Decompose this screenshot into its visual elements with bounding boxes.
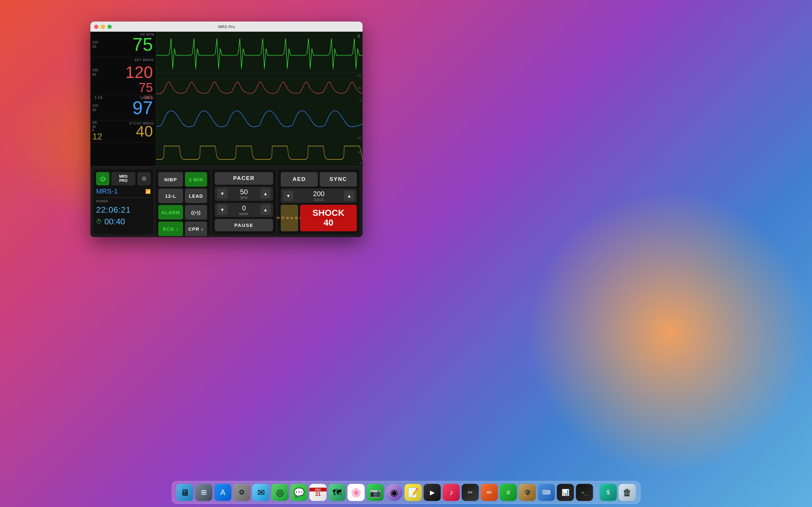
dock-item-photos[interactable]: 🌸 [348,484,365,501]
wifi-icon: 📶 [145,189,151,194]
pacer-bpm-value: 50 [240,188,248,196]
pacer-bpm-down[interactable]: ▼ [217,188,227,199]
pacer-bpm-up[interactable]: ▲ [260,188,270,199]
charge-button[interactable]: CHARGE [281,205,298,231]
dock-item-moneyapp[interactable]: $ [600,484,617,501]
nibp-label: NIBP [164,177,177,182]
dock-item-finder[interactable]: 🖥 [176,484,194,501]
cpr-label: CPR ♪ [189,226,204,232]
device-time: 22:06:21 [96,205,151,215]
pacer-label: PACER [233,175,255,181]
pacer-mamp-value: 0 [239,204,249,212]
dock: 🖥 ⊞ A ⚙ ✉ ◎ 💬 DEZ31 🗺 🌸 📷 ◉ 📝 ▶ ♪ ✂ ✏ # … [171,481,641,504]
device-divider [96,198,151,198]
lead-button[interactable]: LEAD [185,188,207,203]
timer-icon: ⏱ [96,218,102,225]
device-panel: ⏻ MRSPRO ⚙ MRS-1 📶 POWER 22:06:21 [94,170,153,234]
mrs-pro-button[interactable]: MRSPRO [111,172,136,185]
art-label: ART MMHG [135,58,154,62]
dock-item-launchpad[interactable]: ⊞ [195,484,212,501]
etco2-waveform: 80 40 0 [156,135,362,166]
aed-button[interactable]: AED [281,172,318,187]
pacer-mamp-unit: MAMP [239,212,249,216]
dock-item-maps[interactable]: 🗺 [328,484,346,501]
dock-item-safari[interactable]: ◎ [271,484,289,501]
alarm-button[interactable]: ALARM [158,205,183,220]
dock-item-siri[interactable]: ◉ [386,484,403,501]
hr-low: 50 [92,45,102,49]
nibp-interval-button[interactable]: 2 MIN [185,172,207,187]
pacer-mamp-up[interactable]: ▲ [260,205,270,215]
hr-label: HR BPM [140,33,154,37]
pacer-mamp-value-group: 0 MAMP [239,204,249,216]
dock-item-trash[interactable]: 🗑 [619,484,636,501]
art-low: 90 [92,72,102,76]
pacer-pause-button[interactable]: PAUSE [215,219,273,232]
ecg-button[interactable]: ECG ♪ [158,222,183,236]
dock-item-mail[interactable]: ✉ [252,484,270,501]
etco2-value: 40 [108,124,154,139]
nibp-lead-row: 12-L LEAD [158,188,207,203]
art-row: ART MMHG 160 90 120 75 1:14 (90) [90,57,156,95]
dock-item-music[interactable]: ♪ [443,484,460,501]
shock-button[interactable]: SHOCK 40 [300,205,357,231]
etco2-row: ETCO2 MMHG RR 30 8 12 40 [90,120,156,143]
nibp-button[interactable]: NIBP [158,172,183,187]
etco2-scale-40: 40 [358,151,361,154]
nibp-top-row: NIBP 2 MIN [158,172,207,187]
hr-limits: 150 50 [92,40,102,49]
art-scale-0: 0 [360,99,361,102]
audio-button[interactable]: ((•)) [185,205,207,220]
dock-item-activitymonitor[interactable]: 📊 [557,484,574,501]
sync-button[interactable]: SYNC [320,172,357,187]
close-button[interactable] [94,25,98,29]
dock-item-terminal[interactable]: >_ [576,484,593,501]
pacer-pause-label: PAUSE [235,222,254,228]
charge-label: CHARGE [276,216,303,220]
pacer-mamp-down[interactable]: ▼ [217,205,227,215]
dock-item-numbers[interactable]: # [500,484,517,501]
art-high: 160 [92,68,102,72]
titlebar: MRS Pro [90,21,362,32]
dock-divider [596,487,597,501]
maximize-button[interactable] [107,25,112,29]
power-label: POWER [96,200,151,203]
rr-value: 12 [92,131,108,142]
aed-joule-down[interactable]: ▼ [283,191,293,201]
aed-joule-value: 200 [313,190,325,198]
sync-label: SYNC [329,176,347,182]
dock-item-appletv[interactable]: ▶ [424,484,441,501]
art-scale-60: 60 [358,87,361,90]
dock-item-messages[interactable]: 💬 [291,484,308,501]
dock-item-notes[interactable]: 📝 [405,484,422,501]
aed-joule-row: ▼ 200 JOULE ▲ [281,188,357,203]
cpr-button[interactable]: CPR ♪ [185,222,207,236]
dock-item-appstore[interactable]: A [214,484,232,501]
twelve-l-button[interactable]: 12-L [158,188,183,203]
spo2-label: SPO2 % [140,96,154,100]
power-button[interactable]: ⏻ [96,172,109,185]
ecg-label: ECG ♪ [163,226,178,232]
aed-joule-unit: JOULE [313,198,325,202]
aed-joule-up[interactable]: ▲ [344,191,354,201]
art-scale-120: 120 [357,74,361,77]
dock-item-sysprefs[interactable]: ⚙ [234,484,251,501]
dock-item-facetime[interactable]: 📷 [367,484,384,501]
dock-item-xcode[interactable]: ⌨ [538,484,555,501]
etco2-scale-0: 0 [360,162,361,165]
aed-joule-value-group: 200 JOULE [313,190,325,202]
dock-item-finalcut[interactable]: ✂ [462,484,479,501]
dock-item-masterclass[interactable]: 🎓 [519,484,536,501]
settings-button[interactable]: ⚙ [137,172,151,185]
device-elapsed: 00:40 [104,217,125,227]
pacer-panel: PACER ▼ 50 BPM ▲ ▼ 0 MAMP ▲ [212,170,275,234]
pacer-header[interactable]: PACER [215,172,273,185]
aed-top-row: AED SYNC [281,172,357,187]
nibp-panel: NIBP 2 MIN 12-L LEAD ALARM [156,170,210,234]
art-systolic: 120 [102,64,154,80]
minimize-button[interactable] [101,25,105,29]
dock-item-calendar[interactable]: DEZ31 [310,484,327,501]
art-diastolic: 75 [139,80,153,95]
hr-row: HR BPM 150 50 75 [90,32,156,57]
dock-item-pages[interactable]: ✏ [481,484,498,501]
